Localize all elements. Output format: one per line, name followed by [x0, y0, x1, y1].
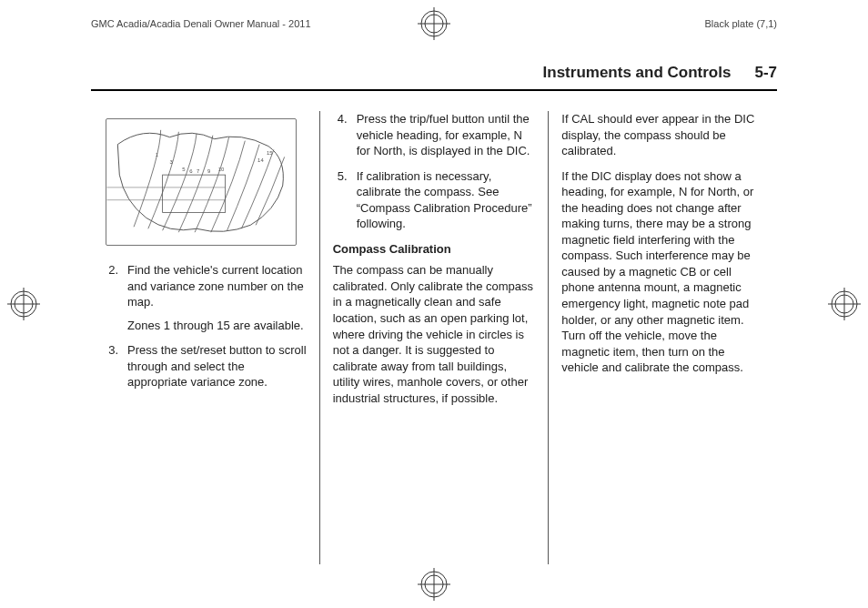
svg-rect-16: [107, 120, 294, 244]
paragraph: The compass can be manually calibrated. …: [333, 262, 536, 406]
step-subtext: Zones 1 through 15 are available.: [127, 318, 307, 334]
step-number: 2.: [104, 262, 127, 333]
list-item: 3. Press the set/reset button to scroll …: [104, 342, 307, 390]
list-item: 5. If calibration is necessary, calibrat…: [333, 168, 536, 232]
registration-mark-icon: [418, 568, 450, 601]
step-number: 4.: [333, 111, 357, 159]
doc-title: GMC Acadia/Acadia Denali Owner Manual - …: [91, 18, 311, 29]
column-3: If CAL should ever appear in the DIC dis…: [548, 111, 777, 564]
list-item: 2. Find the vehicle's current location a…: [104, 262, 307, 333]
svg-text:14: 14: [257, 157, 264, 163]
svg-text:15: 15: [267, 150, 273, 156]
svg-text:10: 10: [218, 167, 225, 172]
page-number: 5-7: [754, 64, 777, 82]
step-list: 2. Find the vehicle's current location a…: [104, 262, 307, 390]
list-item: 4. Press the trip/fuel button until the …: [333, 111, 536, 159]
print-header: GMC Acadia/Acadia Denali Owner Manual - …: [91, 18, 777, 29]
subheading: Compass Calibration: [333, 241, 536, 258]
svg-text:1: 1: [156, 152, 158, 157]
step-list: 4. Press the trip/fuel button until the …: [333, 111, 536, 232]
step-number: 5.: [333, 168, 357, 232]
step-number: 3.: [104, 342, 127, 390]
column-2: 4. Press the trip/fuel button until the …: [319, 111, 549, 564]
variance-zone-map: 1 3 5 6 7 9 10 14 15: [106, 118, 297, 246]
step-text: If calibration is necessary, calibrate t…: [357, 168, 536, 232]
paragraph: If CAL should ever appear in the DIC dis…: [561, 111, 764, 159]
plate-label: Black plate (7,1): [705, 18, 777, 29]
map-icon: 1 3 5 6 7 9 10 14 15: [106, 119, 296, 245]
paragraph: If the DIC display does not show a headi…: [561, 168, 764, 376]
step-text: Press the set/reset button to scroll thr…: [127, 342, 307, 390]
registration-mark-icon: [828, 288, 861, 320]
running-head: Instruments and Controls 5-7: [91, 64, 777, 91]
content-frame: Instruments and Controls 5-7: [91, 64, 777, 553]
page: GMC Acadia/Acadia Denali Owner Manual - …: [0, 0, 868, 608]
svg-text:9: 9: [207, 168, 210, 174]
section-title: Instruments and Controls: [543, 64, 732, 82]
svg-text:7: 7: [197, 168, 199, 174]
step-text: Find the vehicle's current location and …: [127, 263, 304, 309]
step-body: Find the vehicle's current location and …: [127, 262, 307, 333]
columns: 1 3 5 6 7 9 10 14 15 2.: [91, 111, 777, 564]
registration-mark-icon: [7, 288, 40, 320]
step-text: Press the trip/fuel button until the veh…: [357, 111, 536, 159]
column-1: 1 3 5 6 7 9 10 14 15 2.: [91, 111, 319, 564]
